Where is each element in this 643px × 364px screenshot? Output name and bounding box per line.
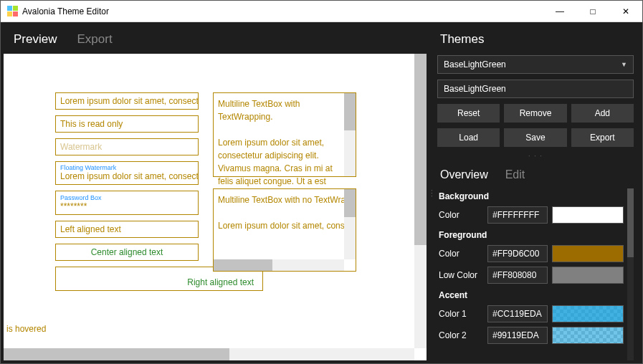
accent-color1-input[interactable]: #CC119EDA [487, 305, 548, 322]
textbox-floating-watermark[interactable]: Floating Watermark Lorem ipsum dolor sit… [55, 161, 199, 185]
preview-viewport: Lorem ipsum dolor sit amet, consect This… [4, 54, 427, 360]
textbox-sample[interactable]: Lorem ipsum dolor sit amet, consect [55, 92, 199, 110]
textbox-watermark[interactable]: Watermark [55, 138, 199, 155]
accent-color2-swatch[interactable] [552, 327, 624, 344]
chevron-down-icon: ▼ [621, 61, 627, 68]
textbox-password[interactable]: Password Box ******** [55, 191, 199, 215]
scrollbar-vertical[interactable] [344, 189, 356, 259]
foreground-color-label: Color [437, 249, 483, 259]
remove-button[interactable]: Remove [504, 104, 566, 123]
textbox-left-align[interactable]: Left aligned text [55, 221, 199, 238]
theme-select-value: BaseLightGreen [444, 59, 506, 70]
window-title: Avalonia Theme Editor [22, 6, 109, 16]
accent-color1-swatch[interactable] [552, 305, 624, 322]
vertical-splitter[interactable]: ··· [429, 22, 434, 363]
textbox-readonly[interactable]: This is read only [55, 115, 199, 133]
app-icon [6, 6, 18, 17]
tab-edit[interactable]: Edit [505, 168, 525, 181]
accent-color1-label: Color 1 [437, 309, 483, 319]
preview-scrollbar-horizontal[interactable] [4, 348, 414, 360]
group-accent-label: Accent [437, 287, 624, 302]
add-button[interactable]: Add [571, 104, 634, 123]
preview-scrollbar-vertical[interactable] [414, 54, 427, 348]
scrollbar-horizontal[interactable] [214, 259, 344, 271]
horizontal-splitter[interactable]: · · · [437, 153, 634, 158]
theme-name-input[interactable]: BaseLightGreen [437, 80, 634, 98]
group-background-label: Background [437, 188, 624, 203]
properties-panel: Background Color #FFFFFFFF Foreground Co… [437, 188, 634, 360]
scrollbar-vertical[interactable] [344, 93, 356, 176]
editor-tabs: Overview Edit [437, 164, 634, 183]
tab-export[interactable]: Export [77, 32, 112, 47]
hover-status-text: is hovered [6, 324, 46, 334]
background-color-label: Color [437, 210, 483, 220]
foreground-lowcolor-input[interactable]: #FF808080 [487, 267, 548, 284]
accent-color2-input[interactable]: #99119EDA [487, 327, 548, 344]
accent-color2-label: Color 2 [437, 330, 483, 340]
themes-heading: Themes [437, 32, 634, 49]
window-titlebar: Avalonia Theme Editor — □ ✕ [1, 1, 642, 22]
background-color-input[interactable]: #FFFFFFFF [487, 206, 548, 224]
window-maximize-button[interactable]: □ [576, 1, 609, 22]
export-button[interactable]: Export [571, 128, 634, 147]
textbox-multiline-nowrap[interactable]: Multiline TextBox with no TextWrapp Lore… [213, 188, 356, 272]
foreground-color-input[interactable]: #FF9D6C00 [487, 245, 548, 262]
textbox-multiline-wrap[interactable]: Multiline TextBox with TextWrapping. Lor… [213, 92, 356, 177]
tab-preview[interactable]: Preview [14, 32, 57, 47]
background-color-swatch[interactable] [552, 206, 624, 224]
window-close-button[interactable]: ✕ [609, 1, 642, 22]
window-minimize-button[interactable]: — [543, 1, 576, 22]
group-foreground-label: Foreground [437, 227, 624, 241]
foreground-lowcolor-swatch[interactable] [552, 267, 624, 284]
textbox-center-align[interactable]: Center aligned text [55, 244, 199, 261]
foreground-lowcolor-label: Low Color [437, 270, 483, 280]
theme-select[interactable]: BaseLightGreen ▼ [437, 55, 634, 74]
reset-button[interactable]: Reset [437, 104, 500, 123]
save-button[interactable]: Save [504, 128, 566, 147]
tab-overview[interactable]: Overview [440, 168, 488, 181]
properties-scrollbar[interactable] [627, 188, 634, 360]
load-button[interactable]: Load [437, 128, 500, 147]
main-tabs: Preview Export [1, 22, 429, 54]
foreground-color-swatch[interactable] [552, 245, 624, 262]
